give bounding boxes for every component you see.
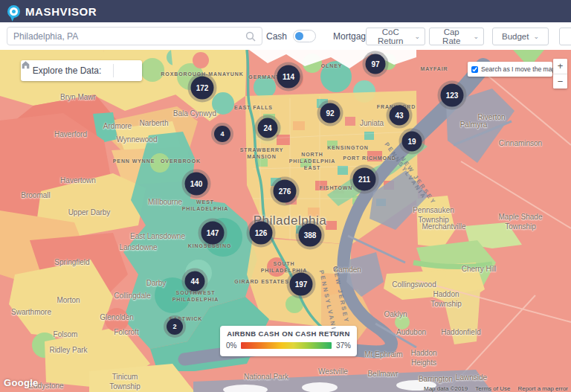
legend-gradient-bar [241, 342, 332, 349]
map-cluster-marker[interactable]: 24 [258, 118, 278, 138]
legend-max-value: 37% [336, 341, 351, 350]
coc-return-dropdown[interactable]: CoC Return ⌄ [366, 28, 425, 45]
map-zoom-control: + − [553, 59, 567, 89]
map-cluster-marker[interactable]: 126 [250, 222, 273, 245]
search-move-label: Search as I move the map [481, 65, 555, 73]
cash-label: Cash [266, 31, 287, 42]
zoom-in-button[interactable]: + [553, 59, 567, 74]
map-cluster-marker[interactable]: 43 [390, 106, 410, 126]
map-cluster-marker[interactable]: 388 [299, 224, 322, 247]
mashvisor-logo[interactable]: MASHVISOR [7, 5, 97, 18]
cap-rate-label: Cap Rate [434, 28, 468, 45]
map-cluster-marker[interactable]: 147 [201, 222, 225, 245]
explore-label: Explore the Data: [21, 65, 113, 76]
map-cluster-marker[interactable]: 211 [353, 168, 376, 191]
map-cluster-marker[interactable]: 97 [366, 54, 386, 74]
budget-dropdown[interactable]: Budget ⌄ [492, 28, 549, 45]
map-data-credit: Map data ©2019 [424, 385, 468, 392]
map-cluster-marker[interactable]: 92 [320, 103, 341, 123]
google-watermark: Google [4, 377, 39, 388]
search-input-value[interactable]: Philadelphia, PA [13, 31, 78, 42]
map-cluster-marker[interactable]: 197 [290, 273, 313, 296]
heatmap-canvas[interactable]: Bryn MawrArdmoreNarberthHaverfordWynnewo… [0, 50, 571, 392]
legend-min-value: 0% [226, 341, 236, 350]
location-search-field[interactable]: Philadelphia, PA [7, 27, 262, 45]
map-cluster-marker[interactable]: 140 [185, 173, 208, 196]
cap-rate-dropdown[interactable]: Cap Rate ⌄ [429, 28, 484, 45]
map-cluster-marker[interactable]: 44 [185, 271, 205, 292]
chevron-down-icon: ⌄ [473, 33, 479, 40]
terms-of-use-link[interactable]: Terms of Use [475, 385, 510, 392]
map-attribution: Map data ©2019 Terms of Use Report a map… [424, 385, 568, 392]
map-cluster-marker[interactable]: 276 [274, 180, 297, 203]
cash-mortgage-toggle[interactable] [293, 30, 316, 42]
map-cluster-marker[interactable]: 172 [191, 77, 214, 100]
legend-title: AIRBNB CASH ON CASH RETURN [226, 330, 351, 338]
report-map-error-link[interactable]: Report a map error [517, 385, 568, 392]
map-cluster-marker[interactable]: 114 [277, 65, 300, 89]
chevron-down-icon: ⌄ [414, 33, 420, 40]
divider [113, 64, 114, 77]
map-cluster-marker[interactable]: 19 [402, 132, 422, 152]
map-cluster-marker[interactable]: 123 [441, 84, 464, 107]
app-header: MASHVISOR [0, 0, 571, 22]
coc-return-label: CoC Return [371, 28, 410, 45]
budget-label: Budget [502, 32, 529, 41]
search-toolbar: Philadelphia, PA Cash Mortgage ⌄ CoC Ret… [0, 22, 571, 50]
chevron-down-icon: ⌄ [533, 33, 539, 40]
heatmap-legend: AIRBNB CASH ON CASH RETURN 0% 37% [220, 326, 357, 356]
zoom-out-button[interactable]: − [553, 74, 567, 89]
search-icon[interactable] [245, 31, 256, 42]
search-move-checkbox[interactable] [471, 66, 478, 73]
toggle-knob [295, 32, 303, 40]
map-pin-logo-icon [7, 5, 20, 18]
brand-name: MASHVISOR [25, 5, 97, 18]
search-as-move-panel[interactable]: Search as I move the map [468, 62, 552, 77]
map-cluster-marker[interactable]: 2 [167, 318, 183, 335]
explore-the-data-button[interactable]: Explore the Data: [21, 60, 142, 81]
map-cluster-marker[interactable]: 4 [214, 126, 230, 142]
neighborhood-dropdown[interactable]: Nei [559, 28, 571, 45]
